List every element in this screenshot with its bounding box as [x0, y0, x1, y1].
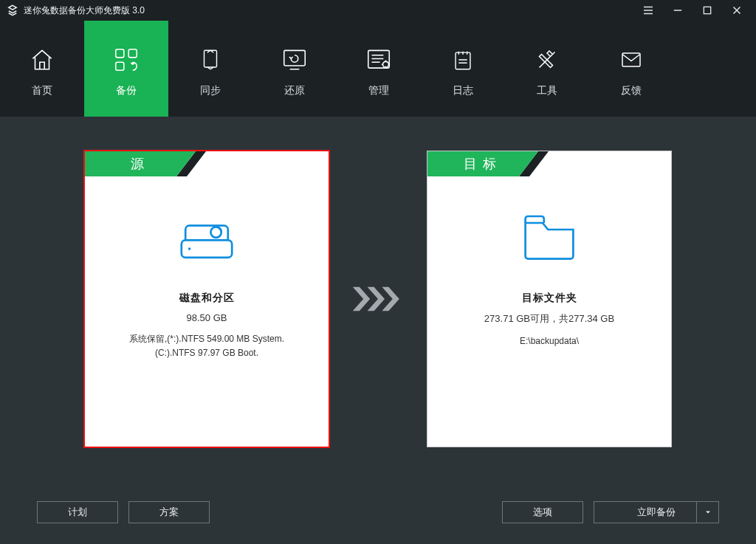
- nav-log[interactable]: 日志: [421, 21, 505, 117]
- target-tab-header: 目标: [427, 151, 671, 176]
- source-detail-line2: (C:).NTFS 97.97 GB Boot.: [129, 346, 284, 360]
- app-title: 迷你兔数据备份大师免费版 3.0: [24, 4, 635, 17]
- close-icon[interactable]: [728, 1, 746, 19]
- backup-now-dropdown[interactable]: [696, 502, 718, 523]
- content-area: 源 磁盘和分区 98.50 GB 系统保留,(*:).NTFS 549.00 M…: [0, 117, 756, 544]
- svg-rect-2: [128, 49, 137, 58]
- nav-manage-label: 管理: [368, 84, 389, 97]
- target-panel[interactable]: 目标 目标文件夹 273.71 GB可用，共277.34 GB E:\backu…: [427, 151, 672, 447]
- source-detail-line1: 系统保留,(*:).NTFS 549.00 MB System.: [129, 332, 284, 346]
- restore-icon: [279, 44, 310, 75]
- plan-button-label: 计划: [68, 506, 87, 519]
- nav-restore-label: 还原: [284, 84, 305, 97]
- nav-manage[interactable]: 管理: [337, 21, 421, 117]
- backup-now-button[interactable]: 立即备份: [594, 501, 719, 523]
- app-logo-icon: [6, 4, 19, 17]
- nav-backup-label: 备份: [116, 84, 137, 97]
- window-controls: [639, 1, 750, 19]
- title-bar: 迷你兔数据备份大师免费版 3.0: [0, 0, 756, 21]
- svg-rect-1: [116, 49, 124, 58]
- nav-tools[interactable]: 工具: [505, 21, 589, 117]
- svg-point-12: [188, 247, 191, 250]
- backup-icon: [111, 44, 142, 75]
- nav-home[interactable]: 首页: [0, 21, 84, 117]
- target-tab-label: 目标: [427, 151, 538, 176]
- top-nav: 首页 备份 同步 还原 管理 日志 工具: [0, 21, 756, 117]
- folder-icon: [516, 203, 583, 269]
- manage-icon: [363, 44, 394, 75]
- target-title: 目标文件夹: [522, 292, 577, 305]
- svg-rect-8: [456, 52, 470, 69]
- target-path: E:\backupdata\: [520, 334, 579, 348]
- svg-rect-6: [368, 50, 390, 68]
- source-title: 磁盘和分区: [179, 292, 235, 305]
- source-panel[interactable]: 源 磁盘和分区 98.50 GB 系统保留,(*:).NTFS 549.00 M…: [84, 151, 329, 447]
- disk-icon: [173, 203, 240, 269]
- nav-sync-label: 同步: [200, 84, 221, 97]
- sync-icon: [195, 44, 226, 75]
- log-icon: [447, 44, 478, 75]
- svg-rect-0: [704, 7, 710, 13]
- options-button-label: 选项: [533, 506, 552, 519]
- svg-rect-5: [284, 50, 306, 66]
- source-size: 98.50 GB: [187, 312, 227, 323]
- bottom-toolbar: 计划 方案 选项 立即备份: [37, 501, 719, 523]
- source-tab-label: 源: [85, 151, 196, 176]
- svg-rect-3: [116, 62, 124, 70]
- svg-rect-9: [622, 53, 640, 66]
- nav-tools-label: 工具: [537, 84, 557, 97]
- svg-rect-4: [205, 50, 217, 67]
- menu-icon[interactable]: [639, 1, 657, 19]
- maximize-icon[interactable]: [698, 1, 716, 19]
- scheme-button-label: 方案: [159, 506, 179, 519]
- tools-icon: [532, 44, 563, 75]
- scheme-button[interactable]: 方案: [128, 501, 210, 523]
- plan-button[interactable]: 计划: [37, 501, 118, 523]
- target-size: 273.71 GB可用，共277.34 GB: [484, 312, 614, 326]
- nav-feedback-label: 反馈: [621, 84, 642, 97]
- nav-sync[interactable]: 同步: [168, 21, 252, 117]
- nav-restore[interactable]: 还原: [252, 21, 337, 117]
- mail-icon: [616, 44, 647, 75]
- nav-backup[interactable]: 备份: [84, 21, 168, 117]
- options-button[interactable]: 选项: [502, 501, 583, 523]
- nav-log-label: 日志: [453, 84, 473, 97]
- nav-feedback[interactable]: 反馈: [589, 21, 673, 117]
- minimize-icon[interactable]: [669, 1, 687, 19]
- nav-home-label: 首页: [32, 84, 52, 97]
- source-tab-header: 源: [85, 151, 329, 176]
- arrow-icon: [348, 283, 408, 315]
- home-icon: [27, 44, 58, 75]
- backup-now-label: 立即备份: [637, 506, 676, 519]
